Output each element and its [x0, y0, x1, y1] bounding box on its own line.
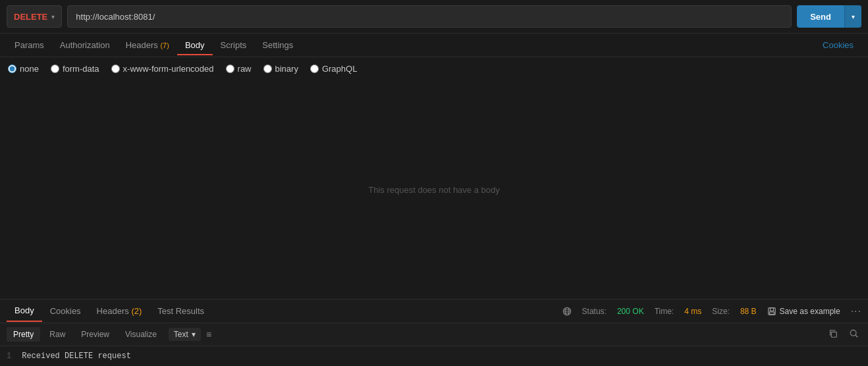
text-format-dropdown-icon: ▾	[192, 330, 196, 339]
resp-tab-cookies[interactable]: Cookies	[42, 301, 89, 321]
format-actions	[826, 328, 861, 342]
top-bar: DELETE ▾ Send ▾	[0, 0, 868, 34]
svg-rect-7	[769, 311, 774, 314]
request-tabs: Params Authorization Headers (7) Body Sc…	[0, 34, 868, 57]
copy-icon	[828, 329, 838, 338]
tab-headers[interactable]: Headers (7)	[118, 35, 177, 55]
response-section: Body Cookies Headers (2) Test Results St…	[0, 299, 868, 366]
method-label: DELETE	[14, 12, 47, 22]
radio-none[interactable]: none	[8, 64, 39, 74]
send-button[interactable]: Send	[797, 5, 844, 28]
fmt-tab-raw[interactable]: Raw	[43, 327, 72, 342]
text-format-selector[interactable]: Text ▾	[169, 328, 201, 341]
globe-icon	[562, 306, 572, 316]
method-selector[interactable]: DELETE ▾	[7, 5, 62, 28]
fmt-tab-preview[interactable]: Preview	[74, 327, 116, 342]
tab-authorization[interactable]: Authorization	[52, 35, 118, 55]
svg-rect-6	[770, 307, 773, 310]
code-line-1: Received DELETE request	[22, 352, 131, 361]
radio-graphql[interactable]: GraphQL	[310, 64, 357, 74]
save-example-label: Save as example	[780, 307, 840, 316]
resp-tab-body[interactable]: Body	[7, 300, 42, 322]
radio-raw[interactable]: raw	[226, 64, 252, 74]
radio-binary[interactable]: binary	[263, 64, 298, 74]
status-label: Status:	[582, 307, 607, 316]
resp-tab-test-results[interactable]: Test Results	[149, 301, 212, 321]
response-code-area: 1 Received DELETE request	[0, 346, 868, 366]
method-dropdown-icon: ▾	[51, 13, 55, 20]
time-label: Time:	[655, 307, 674, 316]
status-value: 200 OK	[617, 307, 644, 316]
save-as-example-button[interactable]: Save as example	[767, 307, 840, 316]
svg-rect-8	[831, 332, 836, 337]
send-button-group: Send ▾	[797, 5, 861, 28]
text-format-label: Text	[174, 330, 188, 339]
svg-point-9	[850, 330, 856, 336]
radio-urlencoded[interactable]: x-www-form-urlencoded	[111, 64, 214, 74]
time-value: 4 ms	[684, 307, 701, 316]
fmt-tab-pretty[interactable]: Pretty	[7, 327, 40, 342]
tab-scripts[interactable]: Scripts	[213, 35, 255, 55]
wrap-lines-icon[interactable]: ≡	[206, 329, 211, 340]
body-placeholder-text: This request does not have a body	[368, 185, 499, 195]
tab-params[interactable]: Params	[7, 35, 52, 55]
copy-button[interactable]	[826, 328, 840, 342]
resp-tab-headers[interactable]: Headers (2)	[89, 301, 150, 321]
tab-body[interactable]: Body	[177, 35, 213, 55]
radio-form-data[interactable]: form-data	[51, 64, 99, 74]
save-icon	[767, 307, 776, 316]
url-input[interactable]	[67, 5, 792, 28]
tab-settings[interactable]: Settings	[254, 35, 301, 55]
response-meta: Status: 200 OK Time: 4 ms Size: 88 B Sav…	[562, 305, 861, 317]
fmt-tab-visualize[interactable]: Visualize	[119, 327, 163, 342]
size-label: Size:	[712, 307, 730, 316]
search-button[interactable]	[847, 328, 861, 342]
code-content: Received DELETE request	[22, 352, 861, 361]
send-dropdown-button[interactable]: ▾	[844, 5, 861, 28]
format-bar: Pretty Raw Preview Visualize Text ▾ ≡	[0, 323, 868, 346]
search-icon	[850, 329, 859, 338]
body-type-bar: none form-data x-www-form-urlencoded raw…	[0, 57, 868, 80]
line-numbers: 1	[7, 352, 11, 361]
body-content-area: This request does not have a body	[0, 80, 868, 299]
more-options-button[interactable]: ···	[851, 305, 861, 317]
response-tabs-bar: Body Cookies Headers (2) Test Results St…	[0, 300, 868, 323]
svg-line-10	[855, 335, 857, 337]
cookies-link[interactable]: Cookies	[815, 35, 861, 55]
size-value: 88 B	[740, 307, 757, 316]
